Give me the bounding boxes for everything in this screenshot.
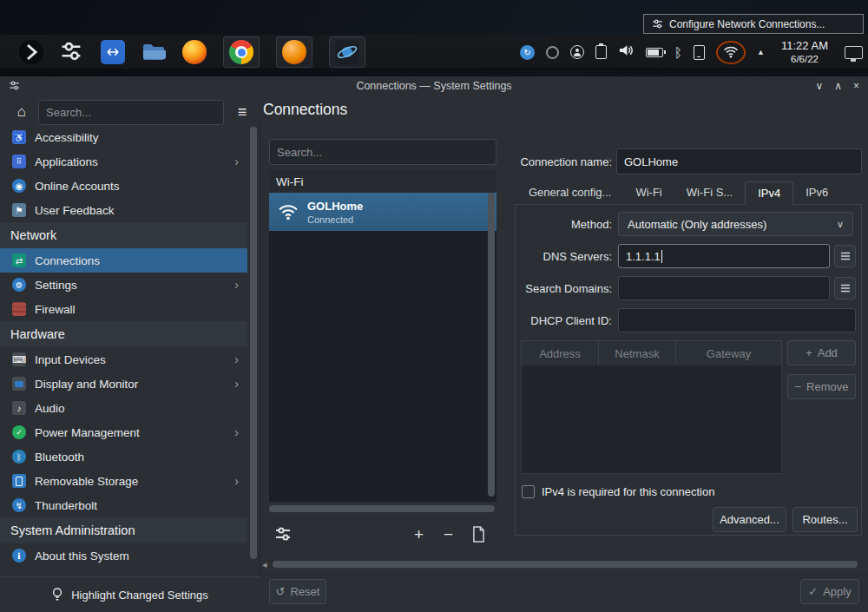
sidebar-item-input-devices[interactable]: Input Devices › [0,347,247,372]
titlebar[interactable]: Connections — System Settings ∨ ∧ × [0,76,868,95]
remove-address-button[interactable]: − Remove [787,374,856,399]
firefox-launcher[interactable] [182,40,207,64]
sidebar-section-system-administration: System Administration [0,517,247,543]
connection-list-item-golhome[interactable]: GOLHome Connected [269,193,496,231]
dhcp-client-id-label: DHCP Client ID: [486,314,612,327]
home-button[interactable]: ⌂ [10,100,33,124]
sync-tray-icon[interactable]: ↻ [520,45,535,60]
dns-servers-field[interactable]: 1.1.1.1 [618,244,830,268]
clock[interactable]: 11:22 AM 6/6/22 [776,39,833,66]
configure-connections-button[interactable] [274,523,292,545]
maximize-button[interactable]: ∧ [834,80,842,92]
hamburger-menu-button[interactable]: ≡ [231,100,253,124]
button-label: Routes... [802,513,847,526]
dhcp-client-id-field[interactable] [618,308,856,332]
connection-name-field[interactable]: GOLHome [616,148,862,174]
browser-task[interactable] [276,36,312,68]
sidebar-item-power-management[interactable]: Power Management › [0,420,247,444]
sidebar-item-label: Audio [35,402,65,415]
column-header-address: Address [521,340,599,366]
sidebar-item-label: Thunderbolt [35,499,97,512]
show-desktop-icon[interactable] [845,46,863,59]
volume-tray-icon[interactable] [618,43,635,61]
bluetooth-tray-icon[interactable]: ᛒ [674,45,682,60]
disc-tray-icon[interactable] [546,46,559,59]
sidebar-item-display-monitor[interactable]: Display and Monitor › [0,372,247,396]
reset-icon: ↺ [276,585,286,598]
details-hscrollbar[interactable] [273,561,858,568]
ipv4-required-checkbox[interactable] [522,485,535,498]
tab-general-config[interactable]: General config... [516,181,623,204]
add-address-button[interactable]: + Add [787,340,856,365]
sidebar-item-applications[interactable]: Applications › [0,149,247,174]
sidebar-item-firewall[interactable]: Firewall [0,297,247,321]
sidebar-item-thunderbolt[interactable]: Thunderbolt [0,493,247,517]
add-connection-button[interactable]: + [414,523,424,545]
routes-button[interactable]: Routes... [792,507,858,532]
dns-servers-label: DNS Servers: [486,250,612,263]
sidebar-section-network: Network [0,222,247,248]
sidebar-item-label: Input Devices [35,353,106,366]
export-connection-button[interactable] [472,523,485,545]
tab-ipv6[interactable]: IPv6 [793,181,840,204]
connections-list-hscrollbar[interactable] [269,505,495,512]
sidebar-item-online-accounts[interactable]: Online Accounts [0,174,247,198]
window-tool-launcher[interactable] [101,40,125,64]
tab-wifi[interactable]: Wi-Fi [623,181,674,204]
footer-separator [260,574,868,575]
sidebar-item-bluetooth[interactable]: Bluetooth [0,444,247,469]
minimize-button[interactable]: ∨ [815,80,823,92]
connection-status: Connected [307,214,363,225]
dns-list-edit-button[interactable] [834,245,856,267]
sidebar-item-audio[interactable]: Audio [0,396,247,420]
connections-list-scrollbar[interactable] [488,193,495,497]
advanced-button[interactable]: Advanced... [713,507,786,532]
battery-tray-icon[interactable] [646,48,663,57]
tab-ipv4[interactable]: IPv4 [745,181,793,205]
tab-wifi-security[interactable]: Wi-Fi S... [674,181,745,204]
apply-button[interactable]: ✓ Apply [800,579,859,604]
minus-icon: − [444,526,453,543]
search-domains-edit-button[interactable] [834,277,856,299]
sidebar-item-connections[interactable]: Connections [0,248,247,273]
sidebar-scrollbar[interactable] [250,127,257,559]
file-manager-launcher[interactable] [141,40,166,64]
sidebar-item-user-feedback[interactable]: User Feedback [0,198,247,222]
addresses-table-body[interactable] [521,365,782,474]
orange-app-icon [282,40,306,64]
column-header-gateway: Gateway [675,340,782,366]
list-icon [840,252,851,260]
sidebar-item-settings[interactable]: Settings › [0,273,247,297]
firewall-icon [12,302,26,316]
search-domains-field[interactable] [618,276,830,300]
sidebar-item-accessibility[interactable]: Accessibility [0,125,247,149]
sidebar: Accessibility Applications › Online Acco… [0,125,247,568]
config-tabs: General config... Wi-Fi Wi-Fi S... IPv4 … [516,181,840,204]
atom-icon [335,40,359,64]
user-status-tray-icon[interactable] [570,45,584,59]
clipboard-tray-icon[interactable] [595,45,607,59]
wifi-highlight-ring[interactable] [716,41,746,64]
atom-task[interactable] [329,36,365,68]
tray-expander-icon[interactable]: ▲ [757,48,765,56]
section-label: Hardware [10,327,65,341]
chrome-task[interactable] [223,36,260,68]
reset-button[interactable]: ↺ Reset [269,579,326,604]
hscroll-left-arrow[interactable]: ◂ [262,559,267,570]
device-tray-icon[interactable] [694,45,705,60]
app-menu-icon[interactable] [19,40,43,64]
connections-search-input[interactable] [269,139,496,165]
remove-connection-button[interactable]: − [444,523,453,545]
taskbar-tooltip: Configure Network Connections... [643,14,864,34]
sidebar-item-label: Firewall [35,303,76,316]
method-dropdown[interactable]: Automatic (Only addresses) ∨ [618,212,853,236]
chrome-icon [229,40,253,64]
taskbar: ↻ ᛒ ▲ 11:22 AM 6/6/22 [0,35,868,69]
close-button[interactable]: × [853,80,859,92]
highlight-changed-settings-button[interactable]: Highlight Changed Settings [0,576,260,612]
sidebar-item-removable-storage[interactable]: Removable Storage › [0,469,247,493]
system-tweaks-launcher[interactable] [60,40,84,64]
connection-name-value: GOLHome [624,155,678,168]
sidebar-item-about-this-system[interactable]: About this System [0,543,247,568]
sidebar-search-input[interactable] [38,100,224,125]
